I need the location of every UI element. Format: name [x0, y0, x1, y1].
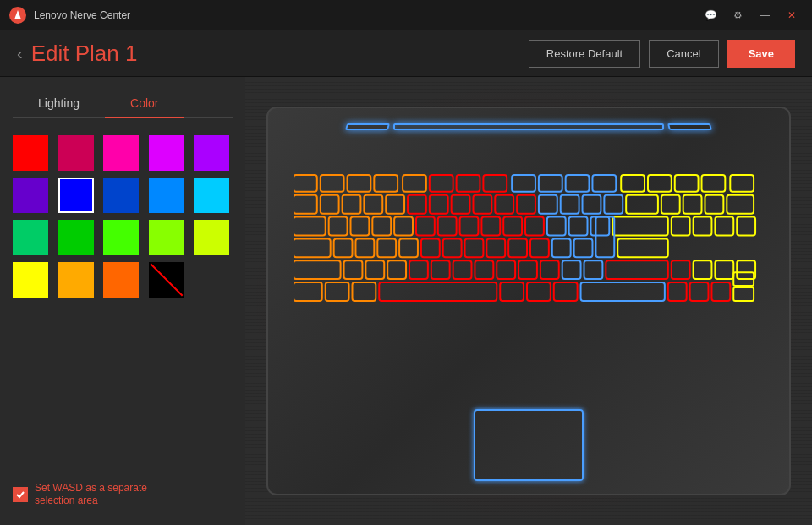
svg-rect-61	[377, 238, 396, 257]
svg-rect-86	[606, 260, 667, 279]
svg-rect-18	[730, 175, 754, 192]
page-title: Edit Plan 1	[31, 41, 529, 67]
svg-rect-93	[353, 282, 376, 301]
svg-rect-92	[326, 282, 349, 301]
cancel-button[interactable]: Cancel	[649, 40, 718, 68]
svg-rect-8	[457, 175, 480, 192]
svg-rect-25	[430, 195, 448, 214]
lenovo-logo	[8, 6, 27, 25]
back-button[interactable]: ‹	[17, 44, 23, 63]
svg-rect-17	[702, 175, 726, 192]
laptop-body	[266, 107, 791, 495]
svg-rect-90	[737, 260, 755, 279]
color-swatch-green[interactable]	[58, 220, 94, 255]
svg-rect-57	[737, 217, 755, 236]
svg-rect-101	[711, 282, 730, 301]
svg-rect-30	[539, 195, 557, 214]
settings-button[interactable]: ⚙	[726, 7, 749, 24]
svg-rect-11	[539, 175, 562, 192]
svg-rect-96	[527, 282, 551, 301]
svg-rect-24	[408, 195, 426, 214]
svg-rect-54	[672, 217, 690, 236]
led-bar-left	[345, 123, 390, 130]
svg-rect-41	[351, 217, 370, 236]
tab-lighting[interactable]: Lighting	[13, 90, 105, 118]
svg-rect-70	[574, 238, 593, 257]
svg-rect-53	[612, 217, 668, 236]
svg-rect-38	[727, 195, 754, 214]
restore-default-button[interactable]: Restore Default	[529, 40, 640, 68]
color-swatch-magenta[interactable]	[103, 135, 139, 171]
led-bar-right	[667, 123, 711, 130]
keyboard-panel	[245, 77, 812, 525]
color-swatch-indigo[interactable]	[13, 178, 48, 213]
color-swatch-blue[interactable]	[58, 178, 94, 213]
svg-rect-29	[517, 195, 535, 214]
svg-rect-20	[321, 195, 339, 214]
svg-rect-39	[294, 217, 326, 236]
svg-rect-47	[481, 217, 500, 236]
svg-rect-99	[668, 282, 687, 301]
color-swatch-none[interactable]	[149, 262, 184, 298]
svg-rect-103	[733, 287, 754, 301]
svg-rect-7	[430, 175, 453, 192]
svg-rect-75	[365, 260, 384, 279]
color-swatch-lawngreen[interactable]	[103, 220, 139, 255]
wasd-checkbox[interactable]	[13, 487, 28, 502]
svg-rect-100	[690, 282, 709, 301]
color-swatch-dodgerblue[interactable]	[149, 178, 184, 213]
svg-rect-64	[443, 238, 462, 257]
svg-rect-97	[554, 282, 578, 301]
svg-rect-3	[321, 175, 344, 192]
svg-rect-46	[460, 217, 479, 236]
tab-color[interactable]: Color	[105, 90, 184, 118]
header-actions: Restore Default Cancel Save	[529, 40, 795, 68]
tab-bar: Lighting Color	[13, 90, 233, 118]
svg-rect-21	[343, 195, 361, 214]
svg-rect-59	[334, 238, 353, 257]
color-grid	[13, 131, 233, 302]
check-icon	[15, 489, 25, 500]
svg-rect-71	[595, 217, 614, 258]
color-swatch-emerald[interactable]	[13, 220, 48, 255]
svg-rect-2	[294, 175, 317, 192]
chat-button[interactable]: 💬	[699, 7, 722, 24]
color-swatch-royalblue[interactable]	[103, 178, 139, 213]
svg-rect-66	[486, 238, 505, 257]
svg-rect-67	[508, 238, 527, 257]
color-swatch-amber[interactable]	[58, 262, 94, 298]
color-swatch-yellowgreen[interactable]	[194, 220, 229, 255]
led-bar-center	[393, 123, 663, 130]
touchpad	[474, 409, 584, 481]
svg-rect-5	[374, 175, 398, 192]
keyboard-area	[294, 150, 764, 426]
color-swatch-red[interactable]	[13, 135, 48, 171]
svg-rect-52	[590, 217, 609, 236]
svg-rect-4	[348, 175, 371, 192]
svg-rect-62	[399, 238, 418, 257]
svg-rect-95	[500, 282, 524, 301]
color-swatch-cyan[interactable]	[194, 178, 229, 213]
svg-rect-98	[581, 282, 665, 301]
led-bar	[346, 123, 710, 134]
color-swatch-yellow[interactable]	[13, 262, 48, 298]
svg-rect-6	[403, 175, 426, 192]
window-controls: 💬 ⚙ — ✕	[699, 7, 804, 24]
save-button[interactable]: Save	[727, 40, 795, 68]
close-button[interactable]: ✕	[780, 7, 804, 24]
color-swatch-purple[interactable]	[194, 135, 229, 171]
svg-rect-77	[409, 260, 428, 279]
svg-rect-9	[483, 175, 507, 192]
color-swatch-orange[interactable]	[103, 262, 139, 298]
svg-rect-40	[329, 217, 348, 236]
svg-rect-68	[530, 238, 549, 257]
color-swatch-chartreuse[interactable]	[149, 220, 184, 255]
minimize-button[interactable]: —	[753, 7, 776, 24]
svg-rect-82	[518, 260, 537, 279]
color-swatch-violet[interactable]	[149, 135, 184, 171]
svg-rect-14	[621, 175, 645, 192]
color-swatch-hotpink[interactable]	[58, 135, 94, 171]
svg-rect-22	[364, 195, 382, 214]
svg-rect-78	[431, 260, 450, 279]
svg-rect-49	[525, 217, 544, 236]
